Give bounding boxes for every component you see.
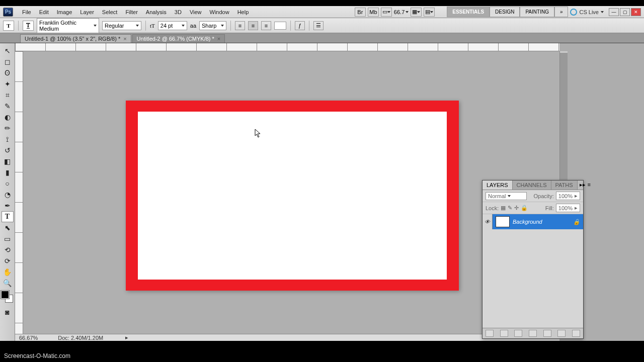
panel-collapse-icon[interactable]: ▸▸ bbox=[580, 182, 586, 189]
layer-name[interactable]: Background bbox=[513, 219, 542, 225]
lock-paint-icon[interactable]: ✎ bbox=[508, 205, 512, 211]
text-orientation-button[interactable]: T̲ bbox=[23, 21, 34, 31]
shape-tool[interactable]: ▭ bbox=[2, 233, 14, 244]
warp-text-button[interactable]: ƒ bbox=[295, 21, 305, 30]
blend-mode-dropdown[interactable]: Normal bbox=[486, 192, 527, 200]
gradient-tool[interactable]: ▮ bbox=[2, 167, 14, 178]
quick-mask-button[interactable]: ◙ bbox=[2, 307, 14, 318]
layer-thumbnail[interactable] bbox=[496, 216, 510, 227]
extras-button[interactable]: ▤ bbox=[424, 8, 435, 17]
lock-all-icon[interactable]: 🔒 bbox=[521, 205, 528, 211]
link-layers-button[interactable] bbox=[486, 330, 494, 337]
eraser-tool[interactable]: ◧ bbox=[2, 156, 14, 167]
layer-group-button[interactable] bbox=[543, 330, 551, 337]
antialias-value: Sharp bbox=[202, 23, 216, 29]
layer-fx-button[interactable] bbox=[500, 330, 508, 337]
lock-transparency-icon[interactable]: ▦ bbox=[501, 205, 506, 211]
arrange-docs-button[interactable]: ▦ bbox=[411, 8, 422, 17]
hand-tool[interactable]: ✋ bbox=[2, 266, 14, 278]
menu-analysis[interactable]: Analysis bbox=[142, 7, 171, 17]
app-logo: Ps bbox=[3, 8, 13, 17]
cs-live-button[interactable]: CS Live bbox=[570, 9, 604, 16]
align-right-button[interactable]: ≡ bbox=[261, 21, 271, 30]
font-size-dropdown[interactable]: 24 pt bbox=[158, 21, 187, 30]
menu-help[interactable]: Help bbox=[233, 7, 253, 17]
eyedropper-tool[interactable]: ✎ bbox=[2, 101, 14, 112]
menu-edit[interactable]: Edit bbox=[35, 7, 53, 17]
workspace-essentials[interactable]: ESSENTIALS bbox=[447, 7, 490, 17]
move-tool[interactable]: ↖ bbox=[2, 45, 14, 56]
bridge-button[interactable]: Br bbox=[355, 8, 366, 17]
menu-image[interactable]: Image bbox=[53, 7, 76, 17]
visibility-icon[interactable]: 👁 bbox=[482, 214, 493, 229]
font-family-dropdown[interactable]: Franklin Gothic Medium bbox=[37, 18, 99, 33]
antialias-dropdown[interactable]: Sharp bbox=[199, 21, 226, 30]
pen-tool[interactable]: ✒ bbox=[2, 200, 14, 211]
opacity-field[interactable]: 100%▸ bbox=[556, 192, 580, 200]
lasso-tool[interactable]: ʘ bbox=[2, 67, 14, 78]
menu-select[interactable]: Select bbox=[98, 7, 122, 17]
panel-menu-icon[interactable]: ≡ bbox=[588, 182, 591, 189]
menu-file[interactable]: File bbox=[18, 7, 35, 17]
menu-view[interactable]: View bbox=[186, 7, 206, 17]
zoom-value[interactable]: 66.7 bbox=[394, 9, 405, 15]
tab-channels[interactable]: CHANNELS bbox=[513, 180, 551, 190]
document-tab-2[interactable]: Untitled-2 @ 66.7% (CMYK/8) * × bbox=[132, 34, 225, 43]
chevron-down-icon[interactable] bbox=[406, 11, 409, 13]
menu-3d[interactable]: 3D bbox=[171, 7, 186, 17]
align-center-button[interactable]: ≡ bbox=[248, 21, 258, 30]
window-minimize[interactable]: — bbox=[609, 8, 619, 16]
size-icon: tT bbox=[150, 23, 155, 29]
active-tool-icon[interactable]: T bbox=[3, 21, 14, 31]
history-brush-tool[interactable]: ↺ bbox=[2, 145, 14, 156]
dodge-tool[interactable]: ◔ bbox=[2, 189, 14, 200]
stamp-tool[interactable]: ⟟ bbox=[2, 134, 14, 145]
minibridge-button[interactable]: Mb bbox=[368, 8, 379, 17]
workspace-painting[interactable]: PAINTING bbox=[520, 7, 554, 17]
tab-layers[interactable]: LAYERS bbox=[482, 180, 513, 190]
canvas-artboard bbox=[138, 112, 447, 280]
align-left-button[interactable]: ≡ bbox=[235, 21, 245, 30]
3d-tool[interactable]: ⟲ bbox=[2, 244, 14, 255]
magic-wand-tool[interactable]: ✦ bbox=[2, 78, 14, 89]
close-icon[interactable]: × bbox=[217, 36, 220, 42]
type-tool[interactable]: T bbox=[2, 211, 14, 222]
document-tab-1[interactable]: Untitled-1 @ 100% (3.5" x 2", RGB/8) * × bbox=[20, 34, 131, 43]
foreground-color-swatch[interactable] bbox=[1, 291, 9, 299]
3d-camera-tool[interactable]: ⟳ bbox=[2, 255, 14, 266]
fill-field[interactable]: 100%▸ bbox=[556, 204, 580, 212]
menu-window[interactable]: Window bbox=[206, 7, 233, 17]
workspace-design[interactable]: DESIGN bbox=[490, 7, 520, 17]
delete-layer-button[interactable] bbox=[572, 330, 580, 337]
window-close[interactable]: ✕ bbox=[631, 8, 641, 16]
menu-filter[interactable]: Filter bbox=[121, 7, 141, 17]
close-icon[interactable]: × bbox=[123, 36, 126, 42]
healing-tool[interactable]: ◐ bbox=[2, 112, 14, 123]
character-panel-button[interactable]: ☰ bbox=[313, 21, 324, 30]
window-maximize[interactable]: ▢ bbox=[620, 8, 630, 16]
workspace-more[interactable]: » bbox=[554, 7, 569, 17]
layers-panel[interactable]: LAYERS CHANNELS PATHS ▸▸ ≡ Normal Opacit… bbox=[482, 180, 584, 339]
adjustment-layer-button[interactable] bbox=[529, 330, 537, 337]
brush-tool[interactable]: ✏ bbox=[2, 123, 14, 134]
chevron-down-icon bbox=[601, 11, 604, 13]
screen-mode-button[interactable]: ▭ bbox=[381, 8, 392, 17]
crop-tool[interactable]: ⌗ bbox=[2, 89, 14, 101]
zoom-tool[interactable]: 🔍 bbox=[2, 278, 14, 289]
layer-mask-button[interactable] bbox=[514, 330, 522, 337]
color-picker[interactable] bbox=[0, 291, 15, 307]
font-weight-dropdown[interactable]: Regular bbox=[102, 21, 141, 30]
text-color-swatch[interactable] bbox=[274, 22, 286, 30]
layer-row[interactable]: 👁 Background 🔒 bbox=[482, 214, 583, 229]
tab-paths[interactable]: PATHS bbox=[551, 180, 578, 190]
status-zoom[interactable]: 66.67% bbox=[19, 335, 38, 341]
path-select-tool[interactable]: ⬉ bbox=[2, 222, 14, 233]
marquee-tool[interactable]: ◻ bbox=[2, 56, 14, 67]
document-canvas[interactable] bbox=[126, 101, 459, 291]
canvas-area[interactable] bbox=[23, 51, 559, 334]
lock-icon: 🔒 bbox=[573, 219, 580, 225]
blur-tool[interactable]: ○ bbox=[2, 178, 14, 189]
lock-move-icon[interactable]: ✢ bbox=[514, 205, 519, 211]
new-layer-button[interactable] bbox=[557, 330, 566, 337]
menu-layer[interactable]: Layer bbox=[76, 7, 98, 17]
